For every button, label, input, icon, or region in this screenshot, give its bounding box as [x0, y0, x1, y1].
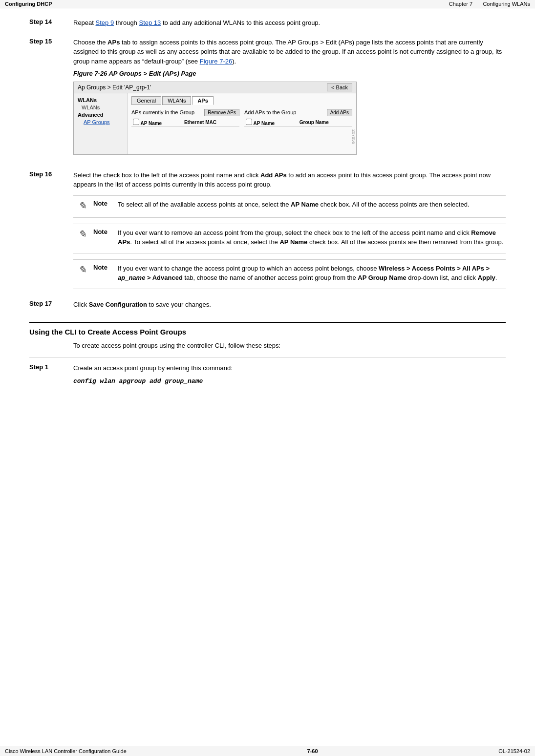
figure-caption: Figure 7-26 AP Groups > Edit (APs) Page	[73, 69, 506, 79]
figure-tab-wlans[interactable]: WLANs	[162, 96, 191, 105]
cli-divider	[29, 357, 506, 357]
note-1-icon: ✎	[78, 200, 86, 211]
figure-right-title: Add APs to the Group	[244, 109, 296, 115]
figure-left-header: APs currently in the Group Remove APs	[131, 109, 239, 116]
header-section-label: Configuring DHCP	[5, 1, 52, 7]
step-14-body: Repeat Step 9 through Step 13 to add any…	[73, 18, 506, 31]
figure-link[interactable]: Figure 7-26	[200, 58, 232, 65]
figure-sidebar: WLANs WLANs Advanced AP Groups General W…	[74, 93, 356, 154]
figure-tabs: General WLANs APs	[131, 96, 352, 105]
wireless-path-bold: Wireless > Access Points > All APs > ap_…	[118, 265, 490, 282]
figure-titlebar: Ap Groups > Edit 'AP_grp-1' < Back	[74, 82, 356, 93]
step-14-row: Step 14 Repeat Step 9 through Step 13 to…	[29, 18, 506, 31]
figure-tab-general[interactable]: General	[131, 96, 161, 105]
cli-command: config wlan apgroup add group_name	[73, 378, 203, 385]
page-footer: Cisco Wireless LAN Controller Configurat…	[0, 746, 535, 756]
aps-bold: APs	[107, 39, 120, 46]
step-14-text: Repeat Step 9 through Step 13 to add any…	[73, 18, 506, 28]
footer-guide-title: Cisco Wireless LAN Controller Configurat…	[5, 748, 127, 754]
select-all-checkbox-right[interactable]	[246, 119, 252, 125]
select-all-checkbox-left[interactable]	[133, 119, 139, 125]
cli-section-title: Using the CLI to Create Access Point Gro…	[29, 328, 506, 336]
figure-nav: WLANs WLANs Advanced AP Groups	[74, 93, 128, 154]
ap-name-bold-2: AP Name	[279, 238, 307, 246]
footer-doc-id: OL-21524-02	[498, 748, 530, 754]
page-header: Configuring DHCP Chapter 7 Configuring W…	[0, 0, 535, 8]
ap-group-name-bold: AP Group Name	[358, 274, 406, 281]
note-3-block: ✎ Note If you ever want to change the ac…	[73, 259, 506, 283]
figure-main-area: General WLANs APs APs currently in the G…	[128, 93, 356, 154]
cli-step-1-body: Create an access point group by entering…	[73, 363, 506, 389]
cli-intro: To create access point groups using the …	[73, 342, 506, 349]
step-14-label: Step 14	[29, 18, 73, 25]
step-17-row: Step 17 Click Save Configuration to save…	[29, 300, 506, 313]
figure-aps-right: Add APs to the Group Add APs AP Name Gro…	[244, 109, 352, 127]
step-16-text: Select the check box to the left of the …	[73, 170, 506, 189]
footer-page-number: 7-60	[307, 748, 318, 754]
figure-box: Ap Groups > Edit 'AP_grp-1' < Back WLANs…	[73, 82, 357, 155]
note-2-divider	[73, 253, 506, 253]
step-17-text: Click Save Configuration to save your ch…	[73, 300, 506, 310]
cli-step-1-row: Step 1 Create an access point group by e…	[29, 363, 506, 389]
note-3-label: Note	[93, 264, 118, 271]
col-eth-mac: Ethernet MAC	[183, 118, 239, 127]
cli-step-1-text: Create an access point group by entering…	[73, 363, 506, 373]
col-checkbox-right: AP Name	[244, 118, 298, 127]
col-group-name: Group Name	[298, 118, 352, 127]
ap-name-bold-1: AP Name	[291, 201, 319, 208]
figure-tab-aps[interactable]: APs	[192, 96, 213, 105]
add-aps-bold: Add APs	[260, 171, 287, 179]
figure-back-button[interactable]: < Back	[327, 84, 352, 91]
figure-nav-apgroups[interactable]: AP Groups	[74, 119, 127, 126]
figure-watermark: 207856	[351, 129, 356, 144]
step-15-label: Step 15	[29, 38, 73, 45]
figure-left-table: AP Name Ethernet MAC	[131, 118, 239, 127]
step-15-text: Choose the APs tab to assign access poin…	[73, 38, 506, 66]
note-2-icon: ✎	[78, 228, 86, 240]
step-15-row: Step 15 Choose the APs tab to assign acc…	[29, 38, 506, 164]
figure-aps-left: APs currently in the Group Remove APs AP…	[131, 109, 239, 127]
add-aps-button[interactable]: Add APs	[327, 109, 352, 116]
note-3-divider	[73, 289, 506, 289]
note-1-label: Note	[93, 200, 118, 207]
cli-step-1-cmd: config wlan apgroup add group_name	[73, 376, 506, 386]
cli-intro-text: To create access point groups using the …	[73, 342, 506, 349]
step13-link[interactable]: Step 13	[139, 19, 161, 26]
step-16-label: Step 16	[29, 170, 73, 178]
cli-step-1-label: Step 1	[29, 363, 73, 371]
figure-nav-advanced-section: Advanced	[74, 111, 127, 119]
note-2-text: If you ever want to remove an access poi…	[118, 228, 506, 247]
step-16-body: Select the check box to the left of the …	[73, 170, 506, 293]
figure-left-title: APs currently in the Group	[131, 109, 194, 115]
remove-aps-button[interactable]: Remove APs	[204, 109, 239, 116]
apply-bold: Apply	[478, 274, 495, 281]
note-2-block: ✎ Note If you ever want to remove an acc…	[73, 224, 506, 247]
step9-link[interactable]: Step 9	[96, 19, 114, 26]
step-15-body: Choose the APs tab to assign access poin…	[73, 38, 506, 164]
note-1-block: ✎ Note To select all of the available ac…	[73, 195, 506, 211]
note-3-text: If you ever want to change the access po…	[118, 264, 506, 283]
note-2-label: Note	[93, 228, 118, 235]
header-chapter: Chapter 7 Configuring WLANs	[449, 1, 530, 7]
figure-nav-wlans-section: WLANs	[74, 96, 127, 104]
col-checkbox-left: AP Name	[131, 118, 183, 127]
figure-aps-section: APs currently in the Group Remove APs AP…	[131, 109, 352, 127]
note-1-text: To select all of the available access po…	[118, 200, 506, 210]
figure-right-table: AP Name Group Name	[244, 118, 352, 127]
step-17-label: Step 17	[29, 300, 73, 307]
figure-nav-wlans-sub[interactable]: WLANs	[74, 104, 127, 111]
step-17-body: Click Save Configuration to save your ch…	[73, 300, 506, 313]
figure-right-header: Add APs to the Group Add APs	[244, 109, 352, 116]
step-16-row: Step 16 Select the check box to the left…	[29, 170, 506, 293]
figure-title-text: Ap Groups > Edit 'AP_grp-1'	[78, 84, 151, 91]
main-content: Step 14 Repeat Step 9 through Step 13 to…	[0, 8, 535, 405]
note-1-divider	[73, 217, 506, 218]
save-config-bold: Save Configuration	[89, 301, 147, 308]
section-divider	[29, 322, 506, 323]
note-3-icon: ✎	[78, 264, 86, 275]
